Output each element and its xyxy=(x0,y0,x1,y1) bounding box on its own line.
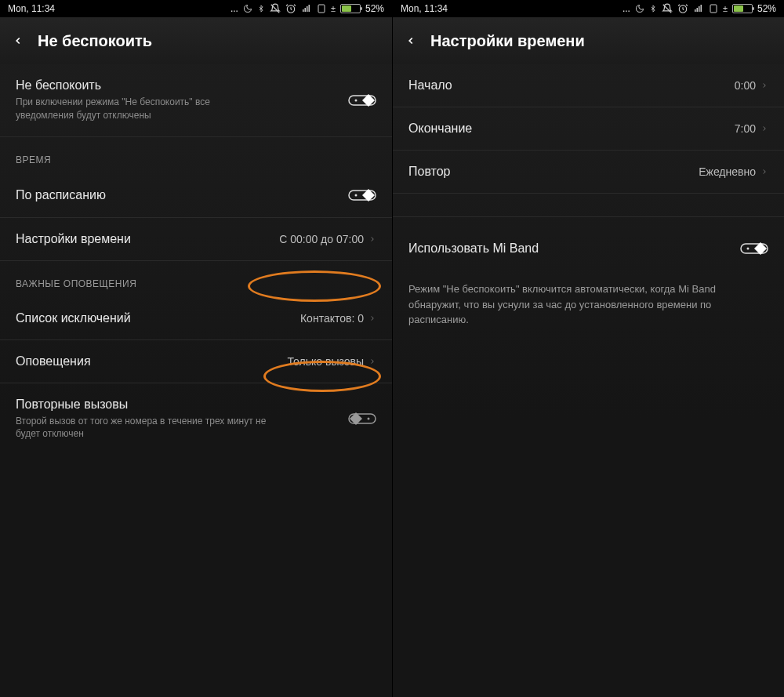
row-time-settings[interactable]: Настройки времени С 00:00 до 07:00 xyxy=(0,218,392,261)
chevron-right-icon xyxy=(368,233,376,245)
header-right: Настройки времени xyxy=(393,17,784,64)
status-icons: ... ± 52% xyxy=(622,3,776,14)
time-settings-label: Настройки времени xyxy=(16,232,131,246)
moon-icon xyxy=(635,4,644,13)
chevron-right-icon xyxy=(760,122,768,135)
phone-right: Mon, 11:34 ... ± 52% Настройки времени Н… xyxy=(392,0,784,697)
mute-icon xyxy=(270,3,281,14)
end-value: 7:00 xyxy=(735,122,756,135)
miband-label: Использовать Mi Band xyxy=(408,241,539,256)
section-alerts: ВАЖНЫЕ ОПОВЕЩЕНИЯ xyxy=(0,261,392,297)
schedule-toggle[interactable] xyxy=(348,187,376,203)
status-time: Mon, 11:34 xyxy=(401,3,448,14)
plus-minus-icon: ± xyxy=(723,4,728,13)
alerts-value: Только вызовы xyxy=(288,355,364,368)
end-label: Окончание xyxy=(408,122,472,136)
bluetooth-icon xyxy=(649,3,657,14)
exceptions-label: Список исключений xyxy=(16,311,131,325)
battery-percent: 52% xyxy=(365,3,384,14)
signal-icon xyxy=(693,4,704,13)
plus-minus-icon: ± xyxy=(331,4,336,13)
svg-rect-6 xyxy=(318,5,325,13)
battery-percent: 52% xyxy=(757,3,776,14)
status-bar: Mon, 11:34 ... ± 52% xyxy=(0,0,392,17)
bluetooth-icon xyxy=(257,3,265,14)
row-start[interactable]: Начало 0:00 xyxy=(393,64,784,107)
svg-rect-20 xyxy=(699,6,700,12)
svg-point-12 xyxy=(355,194,358,196)
row-exceptions[interactable]: Список исключений Контактов: 0 xyxy=(0,297,392,340)
svg-point-9 xyxy=(355,99,358,101)
dnd-label: Не беспокоить xyxy=(16,78,267,93)
alarm-icon xyxy=(677,3,688,14)
svg-rect-3 xyxy=(304,8,306,12)
moon-icon xyxy=(243,4,252,13)
svg-rect-22 xyxy=(710,5,717,13)
row-repeat-calls[interactable]: Повторные вызовы Второй вызов от того же… xyxy=(0,383,392,456)
spacer xyxy=(393,194,784,217)
chevron-right-icon xyxy=(368,312,376,325)
back-button[interactable] xyxy=(13,32,24,49)
repeat-calls-label: Повторные вызовы xyxy=(16,398,267,412)
repeat-label: Повтор xyxy=(408,165,451,179)
sim-icon xyxy=(317,3,326,14)
status-icons: ... ± 52% xyxy=(230,3,384,14)
svg-point-15 xyxy=(368,418,370,420)
svg-rect-19 xyxy=(696,8,698,12)
page-title: Не беспокоить xyxy=(38,32,152,50)
row-dnd[interactable]: Не беспокоить При включении режима "Не б… xyxy=(0,64,392,137)
exceptions-value: Контактов: 0 xyxy=(300,312,364,325)
sim-icon xyxy=(709,3,718,14)
section-time: ВРЕМЯ xyxy=(0,137,392,173)
miband-hint: Режим "Не беспокоить" включится автомати… xyxy=(393,270,784,328)
svg-rect-21 xyxy=(700,5,702,12)
mute-icon xyxy=(662,3,673,14)
repeat-calls-toggle[interactable] xyxy=(348,411,376,427)
repeat-calls-sub: Второй вызов от того же номера в течение… xyxy=(16,415,267,441)
chevron-right-icon xyxy=(760,79,768,92)
status-ellipsis: ... xyxy=(230,3,238,14)
status-time: Mon, 11:34 xyxy=(8,3,55,14)
miband-toggle[interactable] xyxy=(740,241,768,256)
dnd-toggle[interactable] xyxy=(348,93,376,108)
row-end[interactable]: Окончание 7:00 xyxy=(393,107,784,151)
back-button[interactable] xyxy=(405,32,416,49)
status-bar: Mon, 11:34 ... ± 52% xyxy=(393,0,784,17)
chevron-right-icon xyxy=(760,165,768,178)
dnd-sub: При включении режима "Не беспокоить" все… xyxy=(16,96,267,122)
svg-rect-4 xyxy=(307,6,308,12)
header-left: Не беспокоить xyxy=(0,17,392,64)
signal-icon xyxy=(301,4,312,13)
schedule-label: По расписанию xyxy=(16,188,106,202)
svg-rect-5 xyxy=(308,5,310,12)
start-value: 0:00 xyxy=(735,79,756,92)
svg-point-25 xyxy=(747,248,750,250)
row-repeat[interactable]: Повтор Ежедневно xyxy=(393,151,784,194)
time-settings-value: С 00:00 до 07:00 xyxy=(279,233,364,245)
svg-rect-2 xyxy=(303,9,304,12)
battery-icon xyxy=(340,4,361,13)
phone-left: Mon, 11:34 ... ± 52% Не беспокоить Не бе… xyxy=(0,0,392,697)
svg-rect-18 xyxy=(695,9,696,12)
row-schedule[interactable]: По расписанию xyxy=(0,173,392,218)
status-ellipsis: ... xyxy=(622,3,630,14)
row-miband[interactable]: Использовать Mi Band xyxy=(393,217,784,270)
row-alerts[interactable]: Оповещения Только вызовы xyxy=(0,340,392,383)
alarm-icon xyxy=(285,3,296,14)
battery-icon xyxy=(732,4,753,13)
alerts-label: Оповещения xyxy=(16,354,91,368)
chevron-right-icon xyxy=(368,355,376,368)
page-title: Настройки времени xyxy=(430,32,585,50)
repeat-value: Ежедневно xyxy=(699,165,756,178)
start-label: Начало xyxy=(408,78,452,93)
